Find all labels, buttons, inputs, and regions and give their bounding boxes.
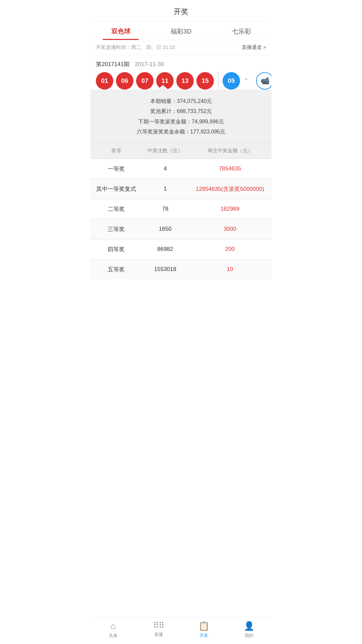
draw-section: 第2017141期 2017-11-30 01 06 07 11 13 15 0… — [90, 55, 272, 90]
table-row: 一等奖47854635 — [90, 159, 272, 179]
prize-table: 奖等 中奖注数（注） 单注中奖金额（元） 一等奖47854635其中一等奖复式1… — [90, 143, 272, 279]
prize-amount: 12854635(含派奖5000000) — [188, 179, 272, 199]
prize-count: 4 — [142, 159, 188, 179]
balls-wrapper: 01 06 07 11 13 15 05 ⌃ 📹 — [96, 72, 266, 90]
red-ball-3: 07 — [136, 72, 154, 90]
broadcast-bar: 开奖直播时间：周二、四、日 21:15 直播通道 > — [90, 40, 272, 55]
ball-divider — [218, 72, 219, 90]
collapse-button[interactable]: ⌃ — [240, 75, 252, 87]
prize-level: 四等奖 — [90, 239, 142, 259]
red-ball-2: 06 — [116, 72, 133, 90]
prize-amount: 10 — [188, 259, 272, 279]
prize-count: 86982 — [142, 239, 188, 259]
prize-amount: 7854635 — [188, 159, 272, 179]
table-row: 三等奖16503000 — [90, 219, 272, 239]
col-amount: 单注中奖金额（元） — [188, 143, 272, 159]
table-row: 五等奖155301810 — [90, 259, 272, 279]
table-row: 四等奖86982200 — [90, 239, 272, 259]
col-level: 奖等 — [90, 143, 142, 159]
prize-level: 二等奖 — [90, 199, 142, 219]
prize-count: 1650 — [142, 219, 188, 239]
col-count: 中奖注数（注） — [142, 143, 188, 159]
stats-block: 本期销量：374,075,240元 奖池累计：698,733,752元 下期一等… — [90, 90, 272, 143]
chevron-up-icon: ⌃ — [244, 77, 249, 85]
prize-level: 三等奖 — [90, 219, 142, 239]
draw-issue: 第2017141期 — [96, 60, 129, 68]
prize-level: 五等奖 — [90, 259, 142, 279]
detail-panel: 本期销量：374,075,240元 奖池累计：698,733,752元 下期一等… — [90, 90, 272, 279]
tab-bar: 双色球 福彩3D 七乐彩 — [90, 22, 272, 40]
prize-level: 其中一等奖复式 — [90, 179, 142, 199]
prize-level: 一等奖 — [90, 159, 142, 179]
table-header-row: 奖等 中奖注数（注） 单注中奖金额（元） — [90, 143, 272, 159]
stats-sixth-remain: 六等奖派奖奖金余额：177,923,095元 — [96, 127, 266, 137]
red-ball-5: 13 — [176, 72, 194, 90]
prize-amount: 3000 — [188, 219, 272, 239]
stats-sales: 本期销量：374,075,240元 — [96, 96, 266, 106]
broadcast-channel-link[interactable]: 直播通道 > — [242, 44, 266, 51]
prize-amount: 200 — [188, 239, 272, 259]
page-title: 开奖 — [174, 7, 188, 16]
stats-pool: 奖池累计：698,733,752元 — [96, 106, 266, 116]
tab-shuangseqiu[interactable]: 双色球 — [90, 22, 151, 40]
draw-meta: 第2017141期 2017-11-30 — [96, 60, 266, 68]
red-ball-6: 15 — [196, 72, 214, 90]
header: 开奖 — [90, 0, 272, 22]
video-button[interactable]: 📹 — [256, 72, 272, 90]
broadcast-time: 开奖直播时间：周二、四、日 21:15 — [96, 44, 175, 51]
draw-date: 2017-11-30 — [135, 61, 164, 68]
video-camera-icon: 📹 — [260, 76, 269, 85]
table-row: 其中一等奖复式112854635(含派奖5000000) — [90, 179, 272, 199]
tab-qilelai[interactable]: 七乐彩 — [211, 22, 272, 40]
table-row: 二等奖78182989 — [90, 199, 272, 219]
tab-fucai3d[interactable]: 福彩3D — [151, 22, 211, 40]
stats-next-first: 下期一等奖派奖金额：74,999,996元 — [96, 117, 266, 127]
draw-controls: ⌃ 📹 — [240, 72, 272, 90]
prize-count: 1 — [142, 179, 188, 199]
blue-ball: 05 — [223, 72, 240, 90]
prize-count: 78 — [142, 199, 188, 219]
red-balls: 01 06 07 11 13 15 — [96, 72, 214, 90]
prize-amount: 182989 — [188, 199, 272, 219]
prize-count: 1553018 — [142, 259, 188, 279]
red-ball-1: 01 — [96, 72, 113, 90]
panel-triangle — [158, 85, 168, 90]
